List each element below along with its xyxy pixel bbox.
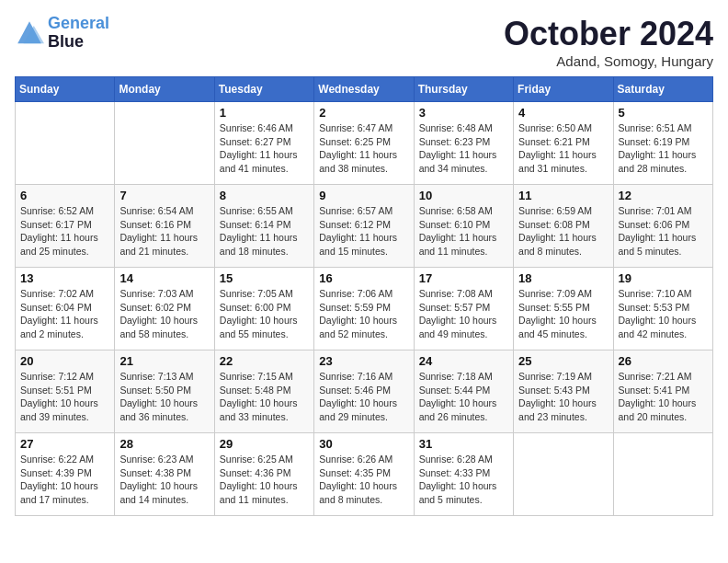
day-number: 15 [220,271,309,285]
calendar-cell: 10Sunrise: 6:58 AM Sunset: 6:10 PM Dayli… [414,185,513,268]
day-number: 16 [319,271,408,285]
day-info: Sunrise: 7:09 AM Sunset: 5:55 PM Dayligh… [518,287,608,341]
month-title: October 2024 [504,15,713,53]
day-number: 5 [619,106,708,120]
day-info: Sunrise: 7:01 AM Sunset: 6:06 PM Dayligh… [619,204,708,259]
day-number: 21 [119,354,209,368]
calendar-cell: 18Sunrise: 7:09 AM Sunset: 5:55 PM Dayli… [514,268,613,350]
calendar-cell: 6Sunrise: 6:52 AM Sunset: 6:17 PM Daylig… [16,185,115,268]
day-number: 8 [220,189,309,202]
day-number: 28 [119,437,209,451]
calendar-cell: 13Sunrise: 7:02 AM Sunset: 6:04 PM Dayli… [16,268,115,350]
calendar-cell: 1Sunrise: 6:46 AM Sunset: 6:27 PM Daylig… [214,102,313,185]
day-number: 24 [419,354,508,368]
day-info: Sunrise: 7:08 AM Sunset: 5:57 PM Dayligh… [419,287,508,341]
page-header: General Blue October 2024 Adand, Somogy,… [15,15,713,69]
calendar-cell: 14Sunrise: 7:03 AM Sunset: 6:02 PM Dayli… [115,268,214,350]
day-info: Sunrise: 6:52 AM Sunset: 6:17 PM Dayligh… [20,204,109,259]
day-number: 10 [419,189,508,202]
location: Adand, Somogy, Hungary [504,53,713,69]
logo-text: General Blue [48,15,109,52]
day-number: 4 [518,106,608,120]
calendar-table: SundayMondayTuesdayWednesdayThursdayFrid… [15,76,713,516]
logo-icon [15,18,44,48]
calendar-header-monday: Monday [115,77,214,102]
calendar-cell: 28Sunrise: 6:23 AM Sunset: 4:38 PM Dayli… [115,433,214,516]
day-number: 7 [119,189,209,202]
calendar-week-row: 1Sunrise: 6:46 AM Sunset: 6:27 PM Daylig… [16,102,713,185]
day-info: Sunrise: 7:16 AM Sunset: 5:46 PM Dayligh… [319,370,408,424]
day-info: Sunrise: 7:02 AM Sunset: 6:04 PM Dayligh… [20,287,109,341]
calendar-cell [514,433,613,516]
day-info: Sunrise: 6:59 AM Sunset: 6:08 PM Dayligh… [518,204,608,259]
calendar-cell: 7Sunrise: 6:54 AM Sunset: 6:16 PM Daylig… [115,185,214,268]
day-number: 6 [20,189,109,202]
calendar-cell: 16Sunrise: 7:06 AM Sunset: 5:59 PM Dayli… [314,268,414,350]
calendar-cell [16,102,115,185]
day-info: Sunrise: 6:57 AM Sunset: 6:12 PM Dayligh… [319,204,408,259]
day-number: 23 [319,354,408,368]
day-info: Sunrise: 7:06 AM Sunset: 5:59 PM Dayligh… [319,287,408,341]
day-info: Sunrise: 7:12 AM Sunset: 5:51 PM Dayligh… [20,370,109,424]
day-info: Sunrise: 6:25 AM Sunset: 4:36 PM Dayligh… [220,453,309,507]
day-number: 30 [319,437,408,451]
day-info: Sunrise: 6:48 AM Sunset: 6:23 PM Dayligh… [419,121,508,176]
day-number: 19 [619,271,708,285]
day-info: Sunrise: 7:13 AM Sunset: 5:50 PM Dayligh… [119,370,209,424]
logo: General Blue [15,15,109,52]
calendar-cell: 9Sunrise: 6:57 AM Sunset: 6:12 PM Daylig… [314,185,414,268]
calendar-header-tuesday: Tuesday [214,77,313,102]
calendar-cell: 26Sunrise: 7:21 AM Sunset: 5:41 PM Dayli… [613,350,712,433]
calendar-cell: 22Sunrise: 7:15 AM Sunset: 5:48 PM Dayli… [214,350,313,433]
calendar-header-saturday: Saturday [613,77,712,102]
calendar-cell: 23Sunrise: 7:16 AM Sunset: 5:46 PM Dayli… [314,350,414,433]
calendar-week-row: 6Sunrise: 6:52 AM Sunset: 6:17 PM Daylig… [16,185,713,268]
day-info: Sunrise: 6:23 AM Sunset: 4:38 PM Dayligh… [119,453,209,507]
calendar-header-sunday: Sunday [16,77,115,102]
calendar-cell: 19Sunrise: 7:10 AM Sunset: 5:53 PM Dayli… [613,268,712,350]
day-number: 31 [419,437,508,451]
calendar-week-row: 13Sunrise: 7:02 AM Sunset: 6:04 PM Dayli… [16,268,713,350]
day-number: 1 [220,106,309,120]
day-number: 9 [319,189,408,202]
calendar-cell: 21Sunrise: 7:13 AM Sunset: 5:50 PM Dayli… [115,350,214,433]
day-info: Sunrise: 7:03 AM Sunset: 6:02 PM Dayligh… [119,287,209,341]
calendar-header-friday: Friday [514,77,613,102]
day-number: 25 [518,354,608,368]
calendar-cell: 12Sunrise: 7:01 AM Sunset: 6:06 PM Dayli… [613,185,712,268]
day-number: 17 [419,271,508,285]
calendar-cell [613,433,712,516]
calendar-cell: 27Sunrise: 6:22 AM Sunset: 4:39 PM Dayli… [16,433,115,516]
day-info: Sunrise: 6:50 AM Sunset: 6:21 PM Dayligh… [518,121,608,176]
day-number: 2 [319,106,408,120]
calendar-cell: 29Sunrise: 6:25 AM Sunset: 4:36 PM Dayli… [214,433,313,516]
day-info: Sunrise: 7:18 AM Sunset: 5:44 PM Dayligh… [419,370,508,424]
calendar-cell: 25Sunrise: 7:19 AM Sunset: 5:43 PM Dayli… [514,350,613,433]
day-number: 22 [220,354,309,368]
day-info: Sunrise: 7:19 AM Sunset: 5:43 PM Dayligh… [518,370,608,424]
calendar-cell: 20Sunrise: 7:12 AM Sunset: 5:51 PM Dayli… [16,350,115,433]
calendar-header-wednesday: Wednesday [314,77,414,102]
calendar-header-thursday: Thursday [414,77,513,102]
calendar-cell: 8Sunrise: 6:55 AM Sunset: 6:14 PM Daylig… [214,185,313,268]
calendar-cell: 11Sunrise: 6:59 AM Sunset: 6:08 PM Dayli… [514,185,613,268]
day-number: 12 [619,189,708,202]
day-number: 26 [619,354,708,368]
day-info: Sunrise: 6:46 AM Sunset: 6:27 PM Dayligh… [220,121,309,176]
day-info: Sunrise: 6:47 AM Sunset: 6:25 PM Dayligh… [319,121,408,176]
calendar-cell: 30Sunrise: 6:26 AM Sunset: 4:35 PM Dayli… [314,433,414,516]
day-info: Sunrise: 6:51 AM Sunset: 6:19 PM Dayligh… [619,121,708,176]
calendar-cell: 15Sunrise: 7:05 AM Sunset: 6:00 PM Dayli… [214,268,313,350]
day-info: Sunrise: 6:54 AM Sunset: 6:16 PM Dayligh… [119,204,209,259]
calendar-cell: 5Sunrise: 6:51 AM Sunset: 6:19 PM Daylig… [613,102,712,185]
calendar-cell: 4Sunrise: 6:50 AM Sunset: 6:21 PM Daylig… [514,102,613,185]
day-number: 11 [518,189,608,202]
calendar-week-row: 20Sunrise: 7:12 AM Sunset: 5:51 PM Dayli… [16,350,713,433]
calendar-cell: 17Sunrise: 7:08 AM Sunset: 5:57 PM Dayli… [414,268,513,350]
calendar-header-row: SundayMondayTuesdayWednesdayThursdayFrid… [16,77,713,102]
calendar-cell [115,102,214,185]
day-number: 13 [20,271,109,285]
day-number: 14 [119,271,209,285]
day-info: Sunrise: 6:58 AM Sunset: 6:10 PM Dayligh… [419,204,508,259]
day-info: Sunrise: 7:10 AM Sunset: 5:53 PM Dayligh… [619,287,708,341]
